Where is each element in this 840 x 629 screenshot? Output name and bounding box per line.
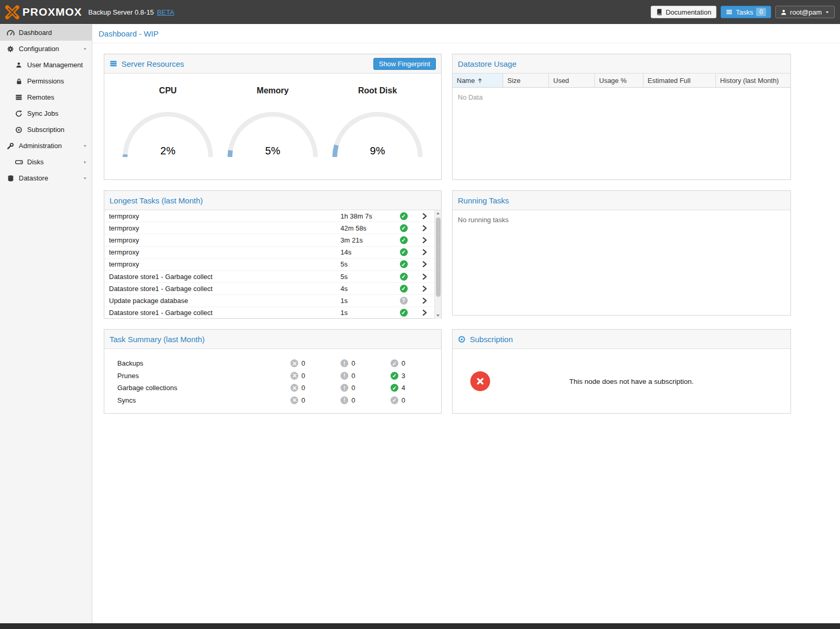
sidebar-item-permissions[interactable]: Permissions xyxy=(0,73,92,89)
warning-circle-icon: ! xyxy=(340,396,348,404)
user-menu-button[interactable]: root@pam xyxy=(775,6,835,18)
task-name: Update package database xyxy=(104,297,340,305)
lock-icon xyxy=(15,78,23,85)
ok-status-icon: ✓ xyxy=(400,212,408,220)
running-tasks-panel: Running Tasks No running tasks xyxy=(452,190,791,316)
tasks-button[interactable]: Tasks 0 xyxy=(721,6,771,18)
task-duration: 1h 38m 7s xyxy=(340,212,393,220)
gauge-label: Memory xyxy=(225,86,321,95)
documentation-button[interactable]: Documentation xyxy=(651,6,716,18)
server-icon xyxy=(109,60,117,67)
datastore-usage-panel: Datastore Usage Name Size Used Usage % E… xyxy=(452,54,791,180)
summary-row-prunes: Prunes 0 ! 0 ✓ 3 xyxy=(117,370,441,382)
open-task-chevron-icon[interactable] xyxy=(415,309,434,316)
sidebar-item-remotes[interactable]: Remotes xyxy=(0,89,92,105)
subscription-icon xyxy=(458,335,466,343)
unknown-status-icon: ? xyxy=(400,297,408,305)
scrollbar-thumb[interactable] xyxy=(436,217,441,297)
task-row[interactable]: termproxy 3m 21s ✓ xyxy=(104,234,434,246)
task-name: termproxy xyxy=(104,248,340,256)
warning-stat: ! 0 xyxy=(340,384,391,392)
ok-stat: ✓ 4 xyxy=(391,384,441,392)
open-task-chevron-icon[interactable] xyxy=(415,261,434,268)
scroll-down-arrow[interactable] xyxy=(435,312,441,319)
resource-gauges: CPU 2% Memory xyxy=(104,74,441,159)
column-header-usage[interactable]: Usage % xyxy=(595,74,643,87)
proxmox-logo xyxy=(5,5,19,19)
task-row[interactable]: Datastore store1 - Garbage collect 4s ✓ xyxy=(104,283,434,295)
ok-stat: ✓ 0 xyxy=(391,359,441,367)
task-row[interactable]: Update package database 1s ? xyxy=(104,295,434,307)
column-header-estimated-full[interactable]: Estimated Full xyxy=(643,74,716,87)
sidebar-item-configuration[interactable]: Configuration xyxy=(0,41,92,57)
open-task-chevron-icon[interactable] xyxy=(415,297,434,304)
subscription-panel: Subscription This node does not have a s… xyxy=(452,329,791,414)
ok-count: 4 xyxy=(401,384,405,392)
task-row[interactable]: termproxy 5s ✓ xyxy=(104,259,434,271)
error-circle-icon xyxy=(290,384,298,392)
column-header-size[interactable]: Size xyxy=(503,74,549,87)
sidebar-item-sync-jobs[interactable]: Sync Jobs xyxy=(0,105,92,122)
warning-circle-icon: ! xyxy=(340,359,348,367)
task-duration: 3m 21s xyxy=(340,236,393,244)
sidebar-item-subscription[interactable]: Subscription xyxy=(0,122,92,138)
sidebar-item-administration[interactable]: Administration xyxy=(0,138,92,154)
show-fingerprint-button[interactable]: Show Fingerprint xyxy=(373,58,436,70)
open-task-chevron-icon[interactable] xyxy=(415,285,434,292)
ok-status-icon: ✓ xyxy=(400,224,408,232)
task-duration: 4s xyxy=(340,285,393,293)
task-name: termproxy xyxy=(104,224,340,232)
beta-link[interactable]: BETA xyxy=(157,8,174,16)
task-row[interactable]: termproxy 42m 58s ✓ xyxy=(104,222,434,234)
empty-text: No Data xyxy=(453,88,790,107)
task-name: termproxy xyxy=(104,212,340,220)
task-row[interactable]: Datastore store1 - Garbage collect 1s ✓ xyxy=(104,307,434,319)
error-count: 0 xyxy=(301,384,305,392)
column-header-name[interactable]: Name xyxy=(453,74,503,87)
ok-status-icon: ✓ xyxy=(400,248,408,256)
ok-status-icon: ✓ xyxy=(400,285,408,293)
panel-title: Running Tasks xyxy=(458,196,509,205)
gauge-label: CPU xyxy=(120,86,216,95)
open-task-chevron-icon[interactable] xyxy=(415,213,434,220)
open-task-chevron-icon[interactable] xyxy=(415,273,434,280)
sidebar-item-disks[interactable]: Disks xyxy=(0,154,92,170)
sidebar: Dashboard Configuration User Management … xyxy=(0,24,92,623)
open-task-chevron-icon[interactable] xyxy=(415,249,434,256)
brand: PROXMOX Backup Server 0.8-15 BETA xyxy=(5,5,174,19)
scrollbar[interactable] xyxy=(434,210,441,319)
ok-status-icon: ✓ xyxy=(400,273,408,281)
product-name: PROXMOX xyxy=(22,6,82,18)
bottom-bar xyxy=(0,623,840,629)
tasks-label: Tasks xyxy=(736,8,753,16)
server-list-icon xyxy=(15,94,23,101)
chevron-right-icon xyxy=(82,160,88,165)
column-header-used[interactable]: Used xyxy=(549,74,595,87)
topbar-actions: Documentation Tasks 0 root@pam xyxy=(651,6,835,18)
open-task-chevron-icon[interactable] xyxy=(415,225,434,232)
sidebar-item-datastore[interactable]: Datastore xyxy=(0,170,92,186)
task-name: termproxy xyxy=(104,236,340,244)
scroll-up-arrow[interactable] xyxy=(435,210,441,216)
task-row[interactable]: Datastore store1 - Garbage collect 5s ✓ xyxy=(104,271,434,283)
warning-stat: ! 0 xyxy=(340,396,391,404)
task-row[interactable]: termproxy 1h 38m 7s ✓ xyxy=(104,210,434,222)
ok-status-icon: ✓ xyxy=(400,236,408,244)
task-duration: 42m 58s xyxy=(340,224,393,232)
column-header-history[interactable]: History (last Month) xyxy=(716,74,790,87)
error-stat: 0 xyxy=(290,372,340,380)
database-icon xyxy=(6,175,15,182)
gears-icon xyxy=(6,45,15,53)
task-row[interactable]: termproxy 14s ✓ xyxy=(104,247,434,259)
no-subscription-icon xyxy=(470,371,490,391)
task-duration: 14s xyxy=(340,248,393,256)
sidebar-item-dashboard[interactable]: Dashboard xyxy=(0,25,92,41)
warning-count: 0 xyxy=(351,396,355,404)
refresh-icon xyxy=(15,110,23,117)
error-stat: 0 xyxy=(290,384,340,392)
warning-stat: ! 0 xyxy=(340,372,391,380)
page-header: Dashboard - WIP xyxy=(92,24,840,43)
sidebar-item-user-management[interactable]: User Management xyxy=(0,57,92,73)
open-task-chevron-icon[interactable] xyxy=(415,237,434,244)
error-stat: 0 xyxy=(290,396,340,404)
